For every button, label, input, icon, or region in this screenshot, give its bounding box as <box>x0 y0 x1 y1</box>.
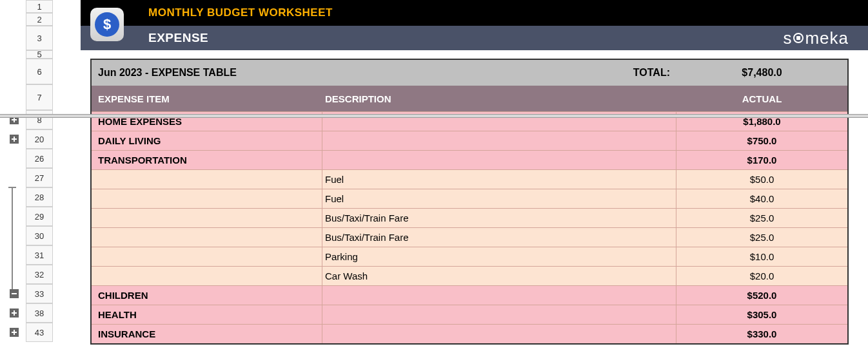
worksheet-subtitle: EXPENSE <box>148 31 208 45</box>
worksheet-area: $ MONTHLY BUDGET WORKSHEET EXPENSE smeka… <box>55 0 868 351</box>
cell-description[interactable]: Bus/Taxi/Train Fare <box>322 208 676 227</box>
total-value: $7,480.0 <box>676 60 847 86</box>
row-number[interactable]: 32 <box>26 265 53 284</box>
cell-expense-item[interactable]: DAILY LIVING <box>92 131 322 150</box>
row-number[interactable]: 27 <box>26 168 53 187</box>
row-number[interactable]: 3 <box>26 26 53 50</box>
cell-description[interactable] <box>322 150 676 169</box>
row-number[interactable]: 31 <box>26 245 53 265</box>
row-number[interactable]: 29 <box>26 207 53 226</box>
cell-actual[interactable]: $170.0 <box>676 150 847 169</box>
outline-expand-button[interactable] <box>10 308 19 318</box>
cell-expense-item[interactable] <box>92 247 322 266</box>
row-number[interactable]: 8 <box>26 110 53 129</box>
table-total-row[interactable]: Jun 2023 - EXPENSE TABLE TOTAL: $7,480.0 <box>92 60 847 86</box>
header-grey-bar: EXPENSE smeka <box>81 26 868 50</box>
cell-expense-item[interactable]: HEALTH <box>92 305 322 324</box>
col-actual: ACTUAL <box>676 86 847 111</box>
outline-expand-button[interactable] <box>10 135 19 144</box>
summary-label: Jun 2023 - EXPENSE TABLE <box>92 60 322 86</box>
someka-logo: smeka <box>783 28 849 48</box>
cell-expense-item[interactable]: TRANSPORTATION <box>92 150 322 169</box>
cell-actual[interactable]: $20.0 <box>676 266 847 285</box>
row-number[interactable]: 30 <box>26 226 53 245</box>
col-expense-item: EXPENSE ITEM <box>92 86 322 111</box>
cell-description[interactable]: Car Wash <box>322 266 676 285</box>
worksheet-title: MONTHLY BUDGET WORKSHEET <box>148 6 333 19</box>
outline-bracket <box>12 187 13 296</box>
row-numbers-gutter: 12356782026272829303132333843 <box>26 0 53 342</box>
expense-table: Jun 2023 - EXPENSE TABLE TOTAL: $7,480.0… <box>90 59 849 345</box>
cell-description[interactable]: Fuel <box>322 169 676 189</box>
cell-expense-item[interactable] <box>92 169 322 189</box>
cell-description[interactable] <box>322 305 676 324</box>
horizontal-split-bar[interactable] <box>0 114 868 118</box>
row-number[interactable]: 5 <box>26 50 53 59</box>
category-row[interactable]: CHILDREN$520.0 <box>92 285 847 305</box>
cell-description[interactable]: Parking <box>322 247 676 266</box>
row-number[interactable]: 6 <box>26 59 53 84</box>
total-label: TOTAL: <box>322 60 676 86</box>
expense-item-row[interactable]: Fuel$40.0 <box>92 189 847 208</box>
col-description: DESCRIPTION <box>322 86 676 111</box>
row-number[interactable]: 20 <box>26 129 53 149</box>
expense-item-row[interactable]: Bus/Taxi/Train Fare$25.0 <box>92 208 847 227</box>
logo-dot-icon <box>793 33 804 43</box>
category-row[interactable]: INSURANCE$330.0 <box>92 324 847 343</box>
expense-item-row[interactable]: Car Wash$20.0 <box>92 266 847 285</box>
logo-text-post: meka <box>805 28 849 48</box>
cell-expense-item[interactable] <box>92 227 322 247</box>
cell-expense-item[interactable]: INSURANCE <box>92 324 322 343</box>
expense-item-row[interactable]: Bus/Taxi/Train Fare$25.0 <box>92 227 847 247</box>
expense-item-row[interactable]: Parking$10.0 <box>92 247 847 266</box>
category-row[interactable]: DAILY LIVING$750.0 <box>92 131 847 150</box>
outline-collapse-button[interactable] <box>10 289 19 298</box>
cell-description[interactable] <box>322 324 676 343</box>
row-number[interactable]: 33 <box>26 284 53 303</box>
row-number[interactable]: 2 <box>26 13 53 26</box>
cell-actual[interactable]: $750.0 <box>676 131 847 150</box>
cell-actual[interactable]: $25.0 <box>676 227 847 247</box>
category-row[interactable]: TRANSPORTATION$170.0 <box>92 150 847 169</box>
row-number[interactable]: 28 <box>26 187 53 207</box>
table-body: HOME EXPENSES$1,880.0DAILY LIVING$750.0T… <box>92 111 847 343</box>
logo-text-pre: s <box>783 28 792 48</box>
cell-actual[interactable]: $50.0 <box>676 169 847 189</box>
dollar-icon: $ <box>90 8 124 41</box>
cell-actual[interactable]: $520.0 <box>676 285 847 305</box>
dollar-icon-inner: $ <box>95 12 119 37</box>
cell-actual[interactable]: $330.0 <box>676 324 847 343</box>
row-number[interactable]: 7 <box>26 84 53 110</box>
row-number[interactable]: 1 <box>26 0 53 13</box>
cell-actual[interactable]: $25.0 <box>676 208 847 227</box>
category-row[interactable]: HEALTH$305.0 <box>92 305 847 324</box>
cell-actual[interactable]: $40.0 <box>676 189 847 208</box>
cell-description[interactable]: Bus/Taxi/Train Fare <box>322 227 676 247</box>
cell-actual[interactable]: $10.0 <box>676 247 847 266</box>
header-black-bar: MONTHLY BUDGET WORKSHEET <box>81 0 868 26</box>
row-number[interactable]: 43 <box>26 323 53 342</box>
table-header-row: EXPENSE ITEM DESCRIPTION ACTUAL <box>92 86 847 111</box>
outline-expand-button[interactable] <box>10 328 19 337</box>
row-number[interactable]: 38 <box>26 303 53 323</box>
expense-item-row[interactable]: Fuel$50.0 <box>92 169 847 189</box>
cell-expense-item[interactable]: CHILDREN <box>92 285 322 305</box>
cell-expense-item[interactable] <box>92 189 322 208</box>
cell-description[interactable] <box>322 285 676 305</box>
cell-expense-item[interactable] <box>92 266 322 285</box>
cell-description[interactable] <box>322 131 676 150</box>
cell-description[interactable]: Fuel <box>322 189 676 208</box>
cell-expense-item[interactable] <box>92 208 322 227</box>
row-number[interactable]: 26 <box>26 149 53 168</box>
cell-actual[interactable]: $305.0 <box>676 305 847 324</box>
